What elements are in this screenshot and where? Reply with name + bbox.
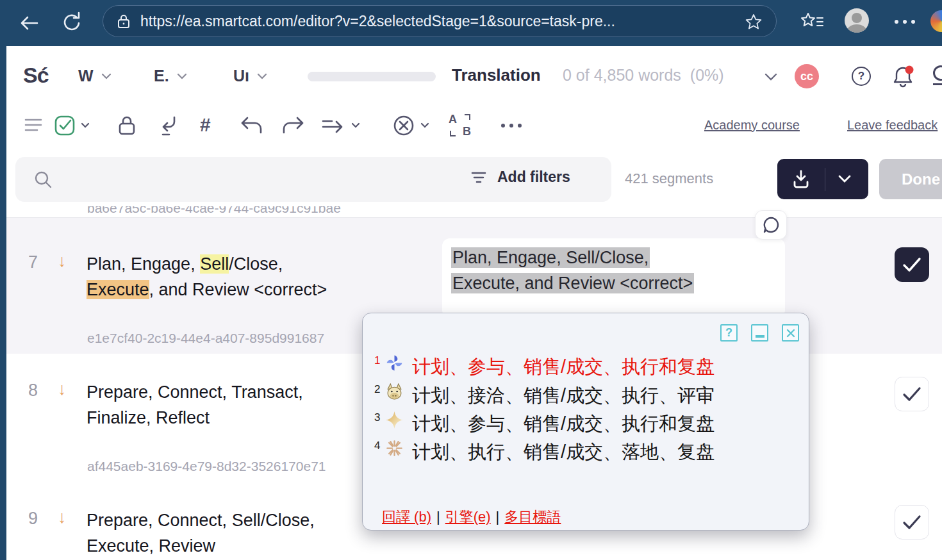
url-text[interactable]: https://ea.smartcat.com/editor?v=2&selec… — [140, 13, 717, 30]
add-filters-label: Add filters — [497, 169, 570, 186]
selected-target-text: Plan, Engage, Sell/Close, — [451, 247, 650, 268]
popup-footer-links: 回譯 (b) | 引擎(e) | 多目標語 — [382, 507, 561, 527]
check-icon — [902, 386, 921, 402]
mt-translation-text[interactable]: 计划、接洽、销售/成交、执行、评审 — [412, 383, 715, 409]
popup-minimize-button[interactable] — [751, 324, 768, 342]
target-editor-cell[interactable]: Plan, Engage, Sell/Close, Execute, and R… — [442, 238, 785, 318]
change-case-icon[interactable]: AB — [449, 114, 472, 137]
mt-engine-donkey-icon — [386, 383, 403, 400]
reject-segment-icon[interactable] — [392, 114, 415, 137]
segment-8-uuid: af445aeb-3169-4e79-8d32-3526170e71 — [87, 459, 326, 474]
browser-extension-icon[interactable] — [930, 10, 942, 32]
menu-label: E. — [154, 67, 169, 85]
confirm-chevron-icon[interactable] — [81, 122, 90, 129]
comment-bubble-button[interactable] — [755, 210, 787, 240]
check-icon — [902, 257, 921, 272]
download-options-chevron-icon[interactable] — [838, 175, 851, 183]
back-translate-link[interactable]: 回譯 (b) — [382, 507, 431, 527]
undo-icon[interactable] — [240, 115, 264, 137]
academy-course-link[interactable]: Academy course — [704, 118, 800, 133]
redo-icon[interactable] — [281, 115, 305, 137]
back-icon[interactable] — [18, 12, 41, 34]
popup-close-button[interactable] — [782, 324, 799, 342]
segment-direction-arrow: ↓ — [58, 507, 67, 527]
search-icon — [33, 170, 53, 189]
chevron-down-icon — [101, 73, 112, 79]
source-text[interactable]: Plan, Engage, Sell/Close, Execute, and R… — [87, 251, 433, 302]
confirm-segment-icon[interactable] — [54, 115, 76, 136]
menu-label: W — [78, 67, 94, 85]
goto-chevron-icon[interactable] — [351, 122, 360, 129]
browser-menu-icon[interactable] — [895, 20, 915, 24]
help-icon[interactable]: ? — [852, 67, 871, 86]
segment-7-uuid: e1e7cf40-2c19-44e4-a407-895d991687 — [87, 331, 324, 346]
segment-8-confirm-checkbox[interactable] — [895, 377, 929, 411]
gemini-sparkle-icon — [386, 411, 403, 429]
header-menu-language[interactable]: E. — [154, 67, 187, 85]
window-left-frame — [0, 46, 6, 560]
favorite-star-icon[interactable] — [744, 13, 763, 31]
chevron-down-icon — [177, 73, 187, 79]
segment-list-icon[interactable] — [24, 117, 42, 133]
leave-feedback-link[interactable]: Leave feedback — [847, 118, 938, 132]
mt-translation-text[interactable]: 计划、参与、销售/成交、执行和复盘 — [412, 354, 715, 380]
header-partial-icon[interactable] — [933, 65, 942, 88]
comment-icon — [762, 216, 780, 234]
header-menu-ui[interactable]: Uı — [233, 67, 267, 85]
notifications-bell-icon[interactable] — [891, 64, 915, 90]
segment-number: 9 — [28, 509, 38, 529]
segment-number: 8 — [28, 381, 38, 400]
clipped-previous-uuid: ba6e7a5c-ba6e-4cae-9744-ca9c91c91bae — [87, 206, 408, 216]
special-chars-icon[interactable]: # — [200, 114, 211, 136]
segment-9-confirm-checkbox[interactable] — [895, 505, 929, 539]
user-avatar[interactable]: cc — [795, 64, 819, 88]
collections-icon[interactable] — [800, 12, 825, 35]
word-stats[interactable]: 0 of 4,850 words (0%) — [563, 66, 724, 85]
result-index: 1 — [374, 354, 382, 367]
segment-7-confirmed-checkbox[interactable] — [895, 247, 929, 282]
search-bar: Search in source Search in target Add fi… — [15, 157, 611, 202]
screenshot-root: https://ea.smartcat.com/editor?v=2&selec… — [0, 0, 942, 560]
claude-starburst-icon — [386, 440, 403, 457]
browser-toolbar: https://ea.smartcat.com/editor?v=2&selec… — [0, 0, 942, 46]
browser-profile-avatar[interactable] — [845, 8, 869, 33]
address-bar[interactable]: https://ea.smartcat.com/editor?v=2&selec… — [103, 5, 777, 37]
add-filters-button[interactable]: Add filters — [470, 169, 570, 186]
menu-label: Uı — [233, 67, 249, 85]
popup-help-button[interactable]: ? — [720, 324, 738, 342]
button-divider — [825, 168, 825, 191]
stats-chevron-icon[interactable] — [764, 72, 778, 81]
mt-result-row[interactable]: 2 计划、接洽、销售/成交、执行、评审 — [374, 383, 715, 411]
result-index: 4 — [374, 440, 382, 452]
segments-count: 421 segments — [625, 170, 713, 187]
goto-segment-icon[interactable] — [320, 115, 346, 137]
lock-segment-icon[interactable] — [117, 114, 137, 137]
mt-translation-text[interactable]: 计划、参与、销售/成交、执行和复盘 — [412, 411, 715, 437]
refresh-icon[interactable] — [60, 10, 83, 35]
multi-target-link[interactable]: 多目標語 — [504, 507, 561, 527]
close-icon — [786, 329, 795, 338]
selected-target-text: Execute, and Review <correct> — [451, 273, 694, 293]
mt-translation-text[interactable]: 计划、执行、销售/成交、落地、复盘 — [412, 440, 715, 465]
reject-chevron-icon[interactable] — [420, 122, 429, 129]
mt-result-row[interactable]: 3 计划、参与、销售/成交、执行和复盘 — [374, 411, 715, 440]
mt-result-row[interactable]: 4 计划、执行、销售/成交、落地、复盘 — [374, 440, 715, 468]
percent-done: (0%) — [690, 66, 724, 85]
smartcat-logo[interactable]: Sć — [23, 63, 49, 88]
insert-return-icon[interactable] — [158, 114, 179, 137]
more-actions-icon[interactable] — [501, 124, 522, 128]
download-button[interactable] — [777, 159, 868, 199]
segment-direction-arrow: ↓ — [58, 379, 67, 399]
engines-link[interactable]: 引擎(e) — [445, 507, 491, 527]
chevron-down-icon — [257, 73, 267, 79]
header-menu-workspace[interactable]: W — [78, 67, 112, 85]
translation-popup[interactable]: ? 1 计划、参与、销售/成交、执行和复盘 2 — [362, 313, 809, 531]
yellow-highlight: Sell — [200, 254, 229, 274]
mt-engine-pinwheel-icon — [386, 354, 403, 372]
result-index: 2 — [374, 383, 382, 396]
lock-icon — [116, 13, 131, 29]
filter-icon — [470, 170, 487, 185]
done-button[interactable]: Done — [879, 159, 942, 199]
segment-direction-arrow: ↓ — [58, 251, 67, 271]
mt-result-row[interactable]: 1 计划、参与、销售/成交、执行和复盘 — [374, 354, 715, 383]
